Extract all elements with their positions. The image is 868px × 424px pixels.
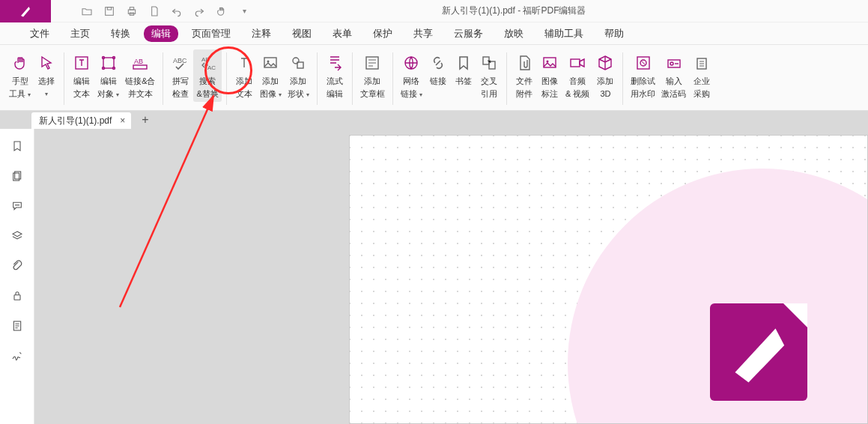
activation-code-button[interactable]: 输入激活码 xyxy=(658,49,689,99)
select-tool-icon xyxy=(37,52,55,73)
ribbon-label: 手型 xyxy=(12,76,28,86)
ribbon-label: 拼写 xyxy=(172,76,189,86)
ribbon-label: 输入 xyxy=(666,76,682,86)
pages-icon[interactable] xyxy=(10,169,24,183)
menu-转换[interactable]: 转换 xyxy=(103,25,138,42)
canvas-background xyxy=(34,129,349,424)
ribbon-label: 编辑 xyxy=(327,89,343,99)
ribbon-label: 并文本 xyxy=(128,89,153,99)
file-attach-button[interactable]: 文件附件 xyxy=(512,49,537,99)
signature-icon[interactable] xyxy=(10,349,24,363)
ribbon-label: 文本 xyxy=(236,89,252,99)
web-link-button[interactable]: 网络链接 ▾ xyxy=(398,49,425,100)
document-page[interactable] xyxy=(349,135,868,424)
attachment-icon[interactable] xyxy=(10,259,24,273)
edit-object-icon xyxy=(100,52,118,73)
svg-rect-3 xyxy=(130,7,133,9)
print-icon[interactable] xyxy=(126,5,138,17)
select-tool-button[interactable]: 选择▾ xyxy=(34,49,59,99)
svg-rect-24 xyxy=(544,58,556,67)
add-shape-button[interactable]: 添加形状 ▾ xyxy=(285,49,312,100)
add-tab-button[interactable]: + xyxy=(142,113,148,127)
ribbon-label: 图像 xyxy=(541,76,558,86)
menu-保护[interactable]: 保护 xyxy=(365,25,400,42)
spell-check-button[interactable]: ABC拼写检查 xyxy=(168,49,193,99)
menu-辅助工具[interactable]: 辅助工具 xyxy=(537,25,591,42)
image-annot-button[interactable]: 图像标注 xyxy=(537,49,562,99)
save-icon[interactable] xyxy=(103,5,115,17)
cross-ref-button[interactable]: 交叉引用 xyxy=(476,49,502,99)
hand-icon[interactable] xyxy=(216,5,228,17)
menu-视图[interactable]: 视图 xyxy=(285,25,319,42)
form-icon[interactable] xyxy=(10,319,24,333)
svg-rect-0 xyxy=(106,7,114,15)
menu-云服务[interactable]: 云服务 xyxy=(446,25,491,42)
ribbon-label: 引用 xyxy=(481,89,497,99)
add-shape-icon xyxy=(289,52,307,73)
web-link-icon xyxy=(402,52,420,73)
ribbon-label: 企业 xyxy=(694,76,710,86)
redo-icon[interactable] xyxy=(193,5,205,17)
open-icon[interactable] xyxy=(81,5,93,17)
edit-text-icon xyxy=(73,52,91,73)
search-replace-button[interactable]: ABAC搜索&替换 xyxy=(193,49,221,102)
svg-point-36 xyxy=(18,205,19,205)
svg-text:ABC: ABC xyxy=(173,57,187,64)
ribbon-label: 文章框 xyxy=(360,89,385,99)
edit-text-button[interactable]: 编辑文本 xyxy=(69,49,94,99)
enterprise-buy-button[interactable]: 企业采购 xyxy=(689,49,714,99)
svg-rect-26 xyxy=(571,59,580,67)
menu-注释[interactable]: 注释 xyxy=(244,25,279,42)
ribbon-label: 添加 xyxy=(262,76,279,86)
menu-页面管理[interactable]: 页面管理 xyxy=(184,25,238,42)
add-image-button[interactable]: 添加图像 ▾ xyxy=(257,49,285,100)
add-3d-button[interactable]: 添加3D xyxy=(592,49,618,99)
tab-label: 新人引导(1)(1).pdf xyxy=(39,115,112,127)
ribbon-label: 文本 xyxy=(73,89,90,99)
ribbon-label: 选择 xyxy=(38,76,55,86)
bookmark-icon[interactable] xyxy=(10,139,24,153)
menu-编辑[interactable]: 编辑 xyxy=(144,25,178,42)
ribbon-label: 检查 xyxy=(172,89,189,99)
ribbon-label: 激活码 xyxy=(661,89,686,99)
ribbon-separator xyxy=(622,52,623,105)
undo-icon[interactable] xyxy=(171,5,183,17)
ribbon-label: & 视频 xyxy=(565,89,589,99)
reflow-edit-button[interactable]: 流式编辑 xyxy=(322,49,347,99)
ribbon-separator xyxy=(317,52,318,105)
ribbon-label: 标注 xyxy=(541,89,558,99)
close-icon[interactable]: × xyxy=(120,115,125,126)
menu-放映[interactable]: 放映 xyxy=(497,25,531,42)
ribbon-label: 搜索 xyxy=(199,76,216,86)
add-text-button[interactable]: 添加文本 xyxy=(231,49,257,99)
svg-point-30 xyxy=(670,62,673,65)
edit-object-button[interactable]: 编辑对象 ▾ xyxy=(94,49,122,100)
page-icon[interactable] xyxy=(148,5,160,17)
menu-文件[interactable]: 文件 xyxy=(22,25,57,42)
comments-icon[interactable] xyxy=(10,199,24,213)
svg-rect-12 xyxy=(133,65,147,69)
ribbon-label: &替换 xyxy=(196,89,218,99)
remove-trial-wm-icon xyxy=(634,52,652,73)
menu-表单[interactable]: 表单 xyxy=(325,25,359,42)
security-icon[interactable] xyxy=(10,289,24,303)
link-merge-button[interactable]: AB链接&合并文本 xyxy=(122,49,158,99)
link-button[interactable]: 链接 xyxy=(425,49,451,86)
ribbon-label: 附件 xyxy=(516,89,532,99)
qat-more-icon[interactable]: ▾ xyxy=(238,5,250,17)
remove-trial-wm-button[interactable]: 删除试用水印 xyxy=(628,49,658,99)
layers-icon[interactable] xyxy=(10,229,24,243)
add-3d-icon xyxy=(596,52,614,73)
bookmark-button[interactable]: 书签 xyxy=(451,49,476,86)
add-article-button[interactable]: 添加文章框 xyxy=(357,49,388,99)
document-tab[interactable]: 新人引导(1)(1).pdf × xyxy=(31,112,131,129)
menu-主页[interactable]: 主页 xyxy=(63,25,97,42)
menu-共享[interactable]: 共享 xyxy=(406,25,440,42)
hand-tool-button[interactable]: 手型工具 ▾ xyxy=(6,49,34,100)
ribbon-label: 编辑 xyxy=(73,76,90,86)
document-logo xyxy=(710,303,807,401)
ribbon-label: 添加 xyxy=(236,76,252,86)
menu-帮助[interactable]: 帮助 xyxy=(597,25,631,42)
audio-video-button[interactable]: 音频& 视频 xyxy=(562,49,592,99)
app-logo[interactable] xyxy=(0,0,51,22)
